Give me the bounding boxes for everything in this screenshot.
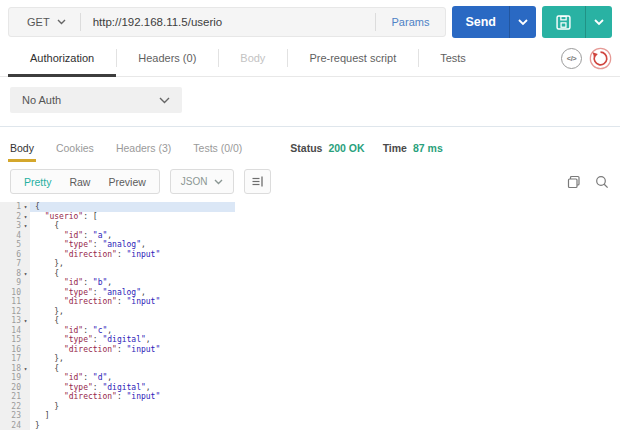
tab-pre-request-script[interactable]: Pre-request script bbox=[287, 40, 418, 76]
code-text: { bbox=[30, 221, 59, 231]
json-punctuation bbox=[35, 250, 64, 259]
line-number: 14 bbox=[11, 326, 21, 336]
json-punctuation: : bbox=[93, 383, 103, 392]
response-body-editor[interactable]: 1▾{2▾ "userio": [3▾ {4 "id": "a",5 "type… bbox=[0, 202, 620, 430]
json-key: "direction" bbox=[64, 345, 117, 354]
json-value: "digital" bbox=[102, 335, 145, 344]
json-punctuation: , bbox=[107, 373, 112, 382]
json-key: "id" bbox=[64, 373, 83, 382]
chevron-down-icon bbox=[159, 97, 170, 104]
json-value: "input" bbox=[127, 297, 161, 306]
json-punctuation: }, bbox=[35, 354, 64, 363]
code-line: 18▾ { bbox=[0, 364, 620, 374]
code-line: 20 "type": "digital", bbox=[0, 383, 620, 393]
json-punctuation: , bbox=[146, 383, 151, 392]
language-select[interactable]: JSON bbox=[170, 169, 235, 194]
json-punctuation: : bbox=[93, 240, 103, 249]
gutter: 13▾ bbox=[0, 316, 30, 326]
json-punctuation bbox=[35, 288, 64, 297]
json-punctuation bbox=[35, 212, 45, 221]
fold-arrow-icon[interactable]: ▾ bbox=[21, 221, 30, 231]
fold-arrow-icon[interactable]: ▾ bbox=[21, 316, 30, 326]
fold-arrow-icon[interactable]: ▾ bbox=[21, 202, 30, 212]
gutter: 1▾ bbox=[0, 202, 30, 212]
json-punctuation: : bbox=[83, 278, 93, 287]
code-line: 15 "type": "digital", bbox=[0, 335, 620, 345]
response-tab-headers-3[interactable]: Headers (3) bbox=[116, 138, 171, 162]
line-number: 20 bbox=[11, 383, 21, 393]
code-text: "type": "analog", bbox=[30, 288, 146, 298]
line-number: 24 bbox=[11, 421, 21, 431]
code-line: 16 "direction": "input" bbox=[0, 345, 620, 355]
code-line: 12 }, bbox=[0, 307, 620, 317]
code-text: ] bbox=[30, 411, 49, 421]
copy-icon[interactable] bbox=[566, 174, 582, 190]
json-key: "id" bbox=[64, 326, 83, 335]
gutter: 5 bbox=[0, 240, 30, 250]
code-line: 3▾ { bbox=[0, 221, 620, 231]
json-punctuation: , bbox=[107, 231, 112, 240]
json-punctuation: { bbox=[35, 269, 59, 278]
send-button[interactable]: Send bbox=[452, 6, 536, 38]
json-value: "d" bbox=[93, 373, 107, 382]
fold-spacer bbox=[21, 326, 30, 336]
tab-authorization[interactable]: Authorization bbox=[8, 40, 116, 76]
line-number: 16 bbox=[11, 345, 21, 355]
code-line: 11 "direction": "input" bbox=[0, 297, 620, 307]
gutter: 7 bbox=[0, 259, 30, 269]
json-punctuation: : bbox=[83, 326, 93, 335]
gutter: 4 bbox=[0, 231, 30, 241]
tab-body[interactable]: Body bbox=[218, 40, 287, 76]
json-punctuation bbox=[35, 297, 64, 306]
json-value: "analog" bbox=[102, 240, 141, 249]
code-line: 19 "id": "d", bbox=[0, 373, 620, 383]
fold-arrow-icon[interactable]: ▾ bbox=[21, 364, 30, 374]
view-mode-pretty[interactable]: Pretty bbox=[15, 176, 60, 188]
search-icon[interactable] bbox=[594, 174, 610, 190]
save-button[interactable] bbox=[542, 6, 612, 38]
code-text: "direction": "input" bbox=[30, 345, 160, 355]
gutter: 15 bbox=[0, 335, 30, 345]
code-text: { bbox=[30, 269, 59, 279]
view-mode-raw[interactable]: Raw bbox=[60, 176, 99, 188]
code-line: 24} bbox=[0, 421, 620, 431]
fold-arrow-icon[interactable]: ▾ bbox=[21, 212, 30, 222]
line-number: 10 bbox=[11, 288, 21, 298]
tab-headers-0[interactable]: Headers (0) bbox=[116, 40, 218, 76]
code-text: } bbox=[30, 421, 40, 431]
json-key: "direction" bbox=[64, 297, 117, 306]
gutter: 16 bbox=[0, 345, 30, 355]
code-text: } bbox=[30, 402, 59, 412]
gutter: 11 bbox=[0, 297, 30, 307]
response-tab-tests-0-0[interactable]: Tests (0/0) bbox=[193, 138, 242, 162]
send-options-chevron-icon[interactable] bbox=[510, 6, 536, 38]
json-key: "type" bbox=[64, 240, 93, 249]
url-input[interactable] bbox=[81, 8, 375, 36]
save-options-chevron-icon[interactable] bbox=[586, 6, 612, 38]
json-punctuation: ] bbox=[35, 411, 49, 420]
json-value: "input" bbox=[127, 250, 161, 259]
code-line: 13▾ { bbox=[0, 316, 620, 326]
fold-spacer bbox=[21, 421, 30, 431]
response-tab-cookies[interactable]: Cookies bbox=[56, 138, 94, 162]
generate-code-icon[interactable]: </> bbox=[561, 48, 582, 69]
auth-type-select[interactable]: No Auth bbox=[10, 87, 182, 113]
fold-arrow-icon[interactable]: ▾ bbox=[21, 269, 30, 279]
url-group: GET Params bbox=[8, 7, 446, 37]
gutter: 9 bbox=[0, 278, 30, 288]
method-dropdown[interactable]: GET bbox=[9, 8, 80, 36]
json-punctuation: : bbox=[93, 335, 103, 344]
response-tab-body[interactable]: Body bbox=[10, 138, 34, 162]
reset-icon[interactable] bbox=[589, 47, 612, 70]
code-line: 21 "direction": "input" bbox=[0, 392, 620, 402]
wrap-text-icon[interactable] bbox=[244, 169, 271, 194]
params-button[interactable]: Params bbox=[376, 16, 446, 28]
fold-spacer bbox=[21, 259, 30, 269]
json-value: "a" bbox=[93, 231, 107, 240]
view-mode-preview[interactable]: Preview bbox=[99, 176, 154, 188]
json-punctuation: }, bbox=[35, 307, 64, 316]
gutter: 23 bbox=[0, 411, 30, 421]
tab-tests[interactable]: Tests bbox=[418, 40, 488, 76]
json-punctuation bbox=[35, 373, 64, 382]
gutter: 14 bbox=[0, 326, 30, 336]
